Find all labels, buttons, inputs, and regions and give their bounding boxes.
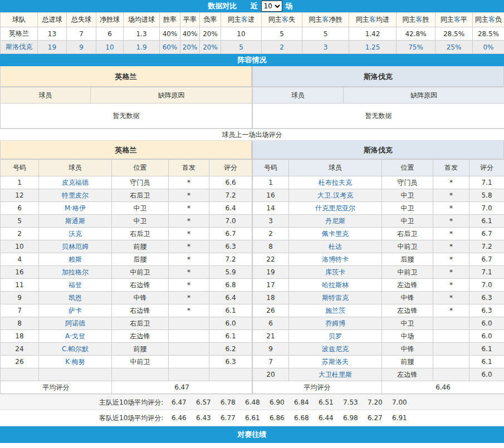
games-count-select[interactable]: 10 [261,1,282,12]
avg-rating-value: 6.86 [265,410,289,426]
player-number: 18 [1,330,39,343]
player-name-link[interactable]: 阿诺德 [39,317,112,330]
player-name-link[interactable]: 洛博特卡 [289,253,382,266]
stat-cell: 20% [180,41,200,54]
player-name-link[interactable]: 施兰茨 [289,304,382,317]
ratings-header-row: 号码球员位置首发评分 [253,160,504,176]
player-name-link[interactable]: 贝罗 [289,330,382,343]
player-name-link[interactable]: 斯特雷克 [289,292,382,304]
head-to-head-bar: 对赛往绩 [0,426,504,443]
player-name-link[interactable]: 丹尼斯 [289,215,382,228]
player-row: 2沃克右后卫*6.7 [1,228,252,240]
player-rating: 6.2 [209,343,252,356]
player-position: 中场 [382,330,433,343]
starter-mark: * [169,292,209,304]
away-last10-label: 客队近10场平均评分: [99,414,163,422]
cmp-col-header: 同主客进 [221,13,262,27]
player-name-link[interactable]: 皮克福德 [39,176,112,189]
starter-mark [169,356,209,368]
stat-cell: 75% [397,41,436,54]
player-name-link[interactable]: 杜达 [289,240,382,253]
player-position: 右后卫 [382,228,433,240]
player-name-link[interactable]: C.帕尔默 [39,343,112,356]
player-name-link[interactable]: 凯恩 [39,292,112,304]
away-last10-averages-row: 客队近10场平均评分:6.466.436.776.616.866.686.446… [0,410,504,426]
avg-rating-value: 6.90 [265,395,289,411]
starter-mark: * [169,215,209,228]
cmp-col-header: 同主客均进 [349,13,397,27]
player-name-link[interactable]: 福登 [39,279,112,292]
player-row: 18斯特雷克中锋*6.3 [253,292,504,304]
player-row: 26施兰茨左边锋*6.3 [253,304,504,317]
player-name-link[interactable]: 苏斯洛夫 [289,356,382,368]
cmp-col-header: 总失球 [67,13,96,27]
player-rating: 7.2 [209,253,252,266]
player-name-link[interactable]: 萨卡 [39,304,112,317]
player-position: 左边锋 [382,304,433,317]
player-name-link[interactable]: 哈拉斯林 [289,279,382,292]
player-position: 前腰 [112,240,169,253]
home-team-name: 英格兰 [0,141,252,159]
player-position: 右后卫 [112,189,169,202]
player-rating: 5.9 [209,266,252,279]
starter-mark [433,343,469,356]
starter-mark: * [169,228,209,240]
player-name-link[interactable]: 乔姆博 [289,317,382,330]
player-name-link[interactable]: 斯通斯 [39,215,112,228]
player-name-link[interactable]: 库茨卡 [289,266,382,279]
highlight-char: 客 [416,16,423,23]
player-name-link[interactable]: 贝林厄姆 [39,240,112,253]
player-number: 26 [1,356,39,368]
player-position: 中卫 [382,202,433,215]
ratings-col-header: 评分 [209,160,252,176]
player-name-link[interactable]: 赖斯 [39,253,112,266]
starter-mark [169,330,209,343]
cmp-col-header: 胜率 [160,13,180,27]
player-name-link[interactable]: 佩卡里克 [289,228,382,240]
player-position: 中卫 [382,317,433,330]
average-rating-value: 6.47 [112,381,252,394]
starter-mark: * [433,189,469,202]
player-rating: 6.1 [469,215,504,228]
player-name-link[interactable]: 波兹尼克 [289,343,382,356]
player-name-link[interactable]: 沃克 [39,228,112,240]
player-rating: 6.7 [209,228,252,240]
player-position: 中卫 [382,189,433,202]
player-number: 12 [1,189,39,202]
cmp-col-header: 净胜球 [96,13,124,27]
away-absence-empty: 暂无数据 [253,104,504,129]
stat-cell: 13 [38,27,67,41]
player-name-link[interactable]: M·格伊 [39,202,112,215]
player-name-link[interactable]: 加拉格尔 [39,266,112,279]
player-position: 左边锋 [382,368,433,381]
stat-cell: 6 [96,27,124,41]
player-name-link[interactable]: 杜布拉夫克 [289,176,382,189]
player-position: 中卫 [112,202,169,215]
player-name-link[interactable]: 什克里尼亚尔 [289,202,382,215]
lineup-home-panel: 英格兰 球员 缺阵原因 暂无数据 [0,66,252,129]
avg-rating-value: 6.48 [240,395,265,411]
starter-mark [433,356,469,368]
away-team-name: 斯洛伐克 [252,141,504,159]
team-name-cell: 斯洛伐克 [1,41,38,54]
player-rating: 7.2 [209,189,252,202]
average-rating-row: 平均评分 6.47 [1,381,252,394]
stat-cell: 5 [302,27,349,41]
player-rating: 6.0 [209,317,252,330]
player-name-link[interactable]: K·梅努 [39,356,112,368]
player-name-link[interactable]: 大卫杜里斯 [289,368,382,381]
player-row: 3丹尼斯中卫*6.1 [253,215,504,228]
player-name-link[interactable]: 特里皮尔 [39,189,112,202]
player-number: 1 [1,176,39,189]
player-position: 中前卫 [382,266,433,279]
cmp-col-header: 同主客平 [436,13,473,27]
stat-cell: 1.42 [349,27,397,41]
player-name-link[interactable]: A·戈登 [39,330,112,343]
player-rating: 7.1 [469,266,504,279]
player-rating: 6.3 [209,240,252,253]
section-title-head-to-head: 对赛往绩 [238,426,267,443]
absence-col-reason: 缺阵原因 [344,87,504,104]
player-number: 8 [253,240,289,253]
player-name-link[interactable]: 大卫.汉考克 [289,189,382,202]
stat-cell: 20% [200,41,221,54]
